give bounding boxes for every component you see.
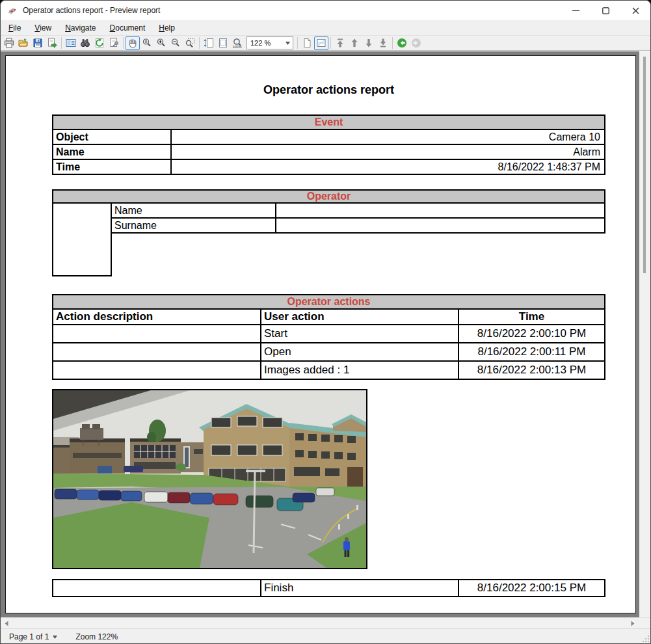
whole-page-view-button[interactable] <box>314 36 328 50</box>
zoom-out-button[interactable] <box>168 36 183 50</box>
toolbar: 100% 122 % <box>1 35 650 51</box>
operator-surname-label: Surname <box>112 219 275 232</box>
last-page-icon <box>378 38 388 48</box>
toolbar-separator <box>392 37 393 49</box>
event-time-value: 8/16/2022 1:48:37 PM <box>172 160 604 174</box>
find-icon <box>80 38 90 48</box>
menu-help-rest: elp <box>165 23 175 33</box>
menu-help[interactable]: Help <box>153 21 181 34</box>
preview-report-window: Operator actions report - Preview report… <box>0 0 651 644</box>
scroll-right-icon[interactable] <box>629 620 636 627</box>
toolbar-separator <box>123 37 124 49</box>
preview-area: Operator actions report Event Object Cam… <box>1 51 641 617</box>
zoom-level-combobox[interactable]: 122 % <box>246 36 293 49</box>
toolbar-separator <box>330 37 331 49</box>
forward-button[interactable] <box>409 36 423 50</box>
zoom-100-button[interactable]: 100% <box>230 36 245 50</box>
event-name-value: Alarm <box>172 145 604 159</box>
open-button[interactable] <box>16 36 31 50</box>
page-indicator-dropdown-icon[interactable] <box>53 636 57 639</box>
find-button[interactable] <box>78 36 92 50</box>
operator-name-label: Name <box>112 204 275 217</box>
previous-page-icon <box>349 38 360 48</box>
vertical-scrollbar[interactable] <box>639 51 650 617</box>
page-indicator-label: Page 1 of 1 <box>9 632 49 641</box>
operator-header-bar: Operator <box>52 189 605 204</box>
operator-photo-placeholder <box>52 202 112 276</box>
operator-header: Operator <box>53 191 604 202</box>
save-button[interactable] <box>31 36 45 50</box>
fit-width-icon <box>204 38 214 48</box>
next-page-button[interactable] <box>362 36 376 50</box>
horizontal-scrollbar[interactable] <box>1 617 651 628</box>
maximize-icon <box>602 7 609 14</box>
export-icon <box>47 38 57 48</box>
dynamic-zoom-icon <box>142 38 152 48</box>
previous-page-button[interactable] <box>347 36 362 50</box>
action-row-action: Open <box>261 343 458 360</box>
menu-help-accel: H <box>159 23 165 33</box>
zoom-in-button[interactable] <box>154 36 168 50</box>
menu-view[interactable]: View <box>29 21 57 34</box>
zoom-100-icon: 100% <box>232 38 243 48</box>
zoom-region-button[interactable] <box>183 36 197 50</box>
back-button[interactable] <box>395 36 409 50</box>
zoom-combo-dropdown[interactable] <box>283 37 293 49</box>
col-action-description: Action description <box>53 310 260 324</box>
page-setup-button[interactable] <box>107 36 121 50</box>
first-page-button[interactable] <box>333 36 347 50</box>
fit-page-button[interactable] <box>216 36 230 50</box>
finish-time: 8/16/2022 2:00:15 PM <box>459 580 604 596</box>
hand-tool-button[interactable] <box>126 36 140 50</box>
dynamic-zoom-button[interactable] <box>140 36 154 50</box>
report-title: Operator actions report <box>52 83 605 97</box>
operator-actions-table: Operator actions Action description User… <box>52 294 605 380</box>
action-row-description <box>53 343 260 360</box>
single-page-icon <box>302 38 312 48</box>
action-row-description <box>53 362 260 379</box>
page-setup-icon <box>109 38 119 48</box>
back-icon <box>397 38 407 48</box>
menu-navigate-accel: N <box>65 23 71 33</box>
col-time: Time <box>459 310 604 324</box>
finish-action: Finish <box>261 580 458 596</box>
camera-snapshot-image <box>52 389 367 569</box>
single-page-view-button[interactable] <box>300 36 314 50</box>
menu-navigate[interactable]: Navigate <box>59 21 101 34</box>
operator-actions-header: Operator actions <box>53 295 604 308</box>
svg-text:100%: 100% <box>232 45 241 49</box>
event-time-label: Time <box>53 160 170 174</box>
window-controls <box>561 1 650 20</box>
print-button[interactable] <box>2 36 16 50</box>
minimize-button[interactable] <box>561 1 591 20</box>
document-options-icon <box>66 38 76 48</box>
refresh-button[interactable] <box>92 36 107 50</box>
last-page-button[interactable] <box>376 36 390 50</box>
fit-width-button[interactable] <box>202 36 216 50</box>
hand-icon <box>127 38 138 48</box>
resize-grip[interactable] <box>641 634 650 643</box>
minimize-icon <box>572 7 579 14</box>
close-button[interactable] <box>620 1 650 20</box>
action-row-time: 8/16/2022 2:00:11 PM <box>459 343 604 360</box>
report-page: Operator actions report Event Object Cam… <box>5 55 636 613</box>
vertical-scrollbar-thumb[interactable] <box>643 57 646 273</box>
menu-bar: File View Navigate Document Help <box>1 20 650 35</box>
event-table: Event Object Camera 10 Name Alarm Time 8… <box>52 114 605 175</box>
toolbar-separator <box>297 37 298 49</box>
export-button[interactable] <box>45 36 59 50</box>
action-row-action: Start <box>261 325 458 342</box>
maximize-button[interactable] <box>591 1 620 20</box>
finish-row-table: Finish 8/16/2022 2:00:15 PM <box>52 579 605 597</box>
scroll-left-icon[interactable] <box>3 620 10 627</box>
menu-navigate-rest: avigate <box>71 23 96 33</box>
operator-name-value <box>276 204 604 217</box>
document-options-button[interactable] <box>64 36 78 50</box>
page-indicator[interactable]: Page 1 of 1 <box>9 632 57 641</box>
menu-view-rest: iew <box>40 23 51 33</box>
event-object-label: Object <box>53 130 170 144</box>
print-icon <box>4 38 14 48</box>
operator-fields-table: Name Surname <box>111 202 605 234</box>
menu-document[interactable]: Document <box>104 21 152 34</box>
menu-file[interactable]: File <box>3 21 27 34</box>
